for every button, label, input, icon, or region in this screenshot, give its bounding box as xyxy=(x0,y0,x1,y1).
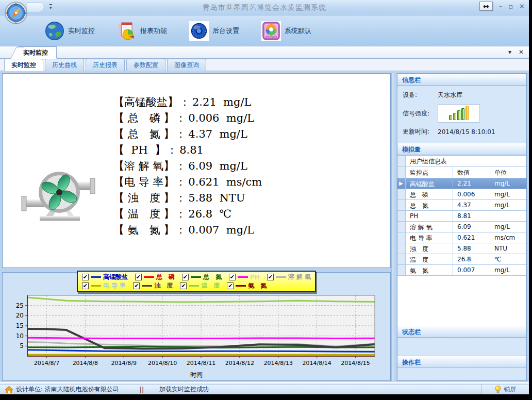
signal-bar xyxy=(449,115,452,120)
reading-line: 【 PH 】：8.81 xyxy=(113,142,390,158)
legend-item: ✔高锰酸盐 xyxy=(82,273,128,281)
screen-edge xyxy=(529,0,532,400)
legend-checkbox[interactable]: ✔ xyxy=(180,282,187,289)
table-row[interactable]: 溶 解 氧6.09mg/L xyxy=(397,222,526,232)
close-button[interactable]: ✕ xyxy=(519,3,525,10)
reading-separator: ： xyxy=(174,208,188,220)
lock-screen-button[interactable]: 锁屏 xyxy=(481,385,529,394)
tab-realtime-monitor[interactable]: 实时监控 xyxy=(18,46,57,59)
row-gutter xyxy=(397,232,406,243)
legend-checkbox[interactable]: ✔ xyxy=(135,274,142,280)
resize-button[interactable]: ↔ xyxy=(479,2,493,11)
subtab-realtime[interactable]: 实时监控 xyxy=(4,59,43,71)
subtab-history-curve[interactable]: 历史曲线 xyxy=(45,59,84,71)
subtab-image-query[interactable]: 图像查询 xyxy=(167,59,206,71)
toolbar-label: 系统默认 xyxy=(285,26,311,36)
x-axis-title: 时间 xyxy=(3,371,390,379)
vertical-splitter[interactable] xyxy=(391,73,396,381)
reading-separator: ： xyxy=(178,96,192,108)
table-row[interactable]: 电 导 率0.621ms/cm xyxy=(397,232,526,243)
legend-line-swatch xyxy=(236,285,246,287)
device-label: 设备: xyxy=(403,91,438,99)
lock-screen-label: 锁屏 xyxy=(504,385,517,394)
designer-text: 设计单位: 济南大陆机电股份有限公司 xyxy=(16,385,119,394)
monitor-cell: 浊 度 xyxy=(406,243,453,254)
value-cell: 0.007 xyxy=(453,265,490,275)
legend-line-swatch xyxy=(189,285,199,287)
reading-line: 【溶 解 氧】：6.09 mg/L xyxy=(113,158,390,174)
table-row[interactable]: 氨 氮0.007mg/L xyxy=(397,265,526,276)
legend-item: ✔温 度 xyxy=(180,281,220,290)
reading-line: 【高锰酸盐】：2.21 mg/L xyxy=(113,94,390,110)
unit-cell: ℃ xyxy=(490,254,526,264)
sub-tab-strip: 实时监控 历史曲线 历史报表 参数配置 图像查询 xyxy=(0,59,529,71)
legend-checkbox[interactable]: ✔ xyxy=(133,282,140,289)
value-cell: 5.88 xyxy=(453,243,490,254)
tab-close-icon[interactable]: ✕ xyxy=(519,48,524,56)
title-bar: N S W E ▾ 青岛市世界园艺博览会水质监测系统 ↔ – ▫ ✕ xyxy=(0,0,529,15)
reading-label: 【 浊 度 】 xyxy=(113,192,174,204)
signal-strength-icon xyxy=(438,104,480,123)
legend-line-swatch xyxy=(91,285,101,287)
legend-checkbox[interactable]: ✔ xyxy=(82,282,89,289)
legend-item: ✔PH xyxy=(229,274,260,281)
legend-item: ✔总 氮 xyxy=(182,273,222,281)
table-row[interactable]: 总 氮4.37mg/L xyxy=(397,200,526,211)
toolbar-button-realtime[interactable]: 实时监控 xyxy=(40,19,99,43)
info-panel-header[interactable]: 信息栏 xyxy=(397,74,526,86)
table-row[interactable]: ▶高锰酸盐2.21mg/L xyxy=(397,178,526,189)
signal-label: 信号强度: xyxy=(403,109,438,118)
column-header-monitor[interactable]: 监控点 xyxy=(406,167,453,178)
legend-checkbox[interactable]: ✔ xyxy=(82,274,89,280)
status-panel-header[interactable]: 状态栏 xyxy=(397,326,526,338)
reading-value: 0.006 mg/L xyxy=(188,112,254,124)
column-header-unit[interactable]: 单位 xyxy=(490,167,526,178)
value-cell: 8.81 xyxy=(453,211,490,221)
maximize-button[interactable]: ▫ xyxy=(508,3,513,10)
table-row[interactable]: 温 度26.8℃ xyxy=(397,254,526,265)
system-default-icon xyxy=(261,21,281,41)
reading-label: 【电 导 率】 xyxy=(113,176,174,188)
reading-value: 2.21 mg/L xyxy=(192,96,252,108)
tab-list-dropdown-icon[interactable]: ▾ xyxy=(508,48,511,56)
subtab-parameter-config[interactable]: 参数配置 xyxy=(126,59,165,71)
bulb-icon xyxy=(495,386,501,393)
y-tick-label: 5 xyxy=(20,342,24,349)
legend-checkbox[interactable]: ✔ xyxy=(182,274,189,280)
statusbar-message: 加载实时监控成功 xyxy=(159,385,209,394)
reading-value: 26.8 ℃ xyxy=(188,208,231,220)
toolbar-button-system-default[interactable]: 系统默认 xyxy=(257,19,315,43)
monitor-cell: 高锰酸盐 xyxy=(406,178,453,189)
legend-item: ✔氨 氮 xyxy=(227,281,267,290)
reading-label: 【 PH 】 xyxy=(113,144,165,156)
table-row[interactable]: PH8.81 xyxy=(397,211,526,222)
legend-checkbox[interactable]: ✔ xyxy=(227,282,234,289)
value-cell: 0.006 xyxy=(453,189,490,199)
subtab-history-report[interactable]: 历史报表 xyxy=(86,59,125,71)
y-tick-label: 25 xyxy=(16,302,24,309)
legend-line-swatch xyxy=(276,276,286,278)
legend-label: 总 氮 xyxy=(203,273,222,281)
compass-logo-icon[interactable]: N S W E xyxy=(4,1,28,25)
table-gutter xyxy=(397,167,406,178)
column-header-value[interactable]: 数值 xyxy=(453,167,490,178)
status-bar: 设计单位: 济南大陆机电股份有限公司 || 加载实时监控成功 锁屏 xyxy=(0,384,529,394)
main-toolbar: 实时监控 报表功能 xyxy=(0,15,529,46)
monitor-cell: 总 氮 xyxy=(406,200,453,210)
reading-label: 【溶 解 氧】 xyxy=(113,160,174,172)
svg-text:E: E xyxy=(25,11,27,14)
operation-panel-header[interactable]: 操作栏 xyxy=(397,356,526,368)
reading-separator: ： xyxy=(174,112,188,124)
legend-checkbox[interactable]: ✔ xyxy=(229,274,236,280)
legend-checkbox[interactable]: ✔ xyxy=(267,274,274,280)
analog-panel-header[interactable]: 模拟量 xyxy=(397,143,526,155)
minimize-button[interactable]: – xyxy=(499,3,503,10)
value-cell: 6.09 xyxy=(453,222,490,232)
toolbar-button-reports[interactable]: 报表功能 xyxy=(112,19,171,43)
legend-label: 浊 度 xyxy=(154,281,173,290)
unit-cell: mg/L xyxy=(490,189,526,199)
table-row[interactable]: 浊 度5.88NTU xyxy=(397,243,526,254)
toolbar-button-settings[interactable]: 后台设置 xyxy=(185,19,243,43)
reading-label: 【 总 磷 】 xyxy=(113,112,174,124)
table-row[interactable]: 总 磷0.006mg/L xyxy=(397,189,526,200)
